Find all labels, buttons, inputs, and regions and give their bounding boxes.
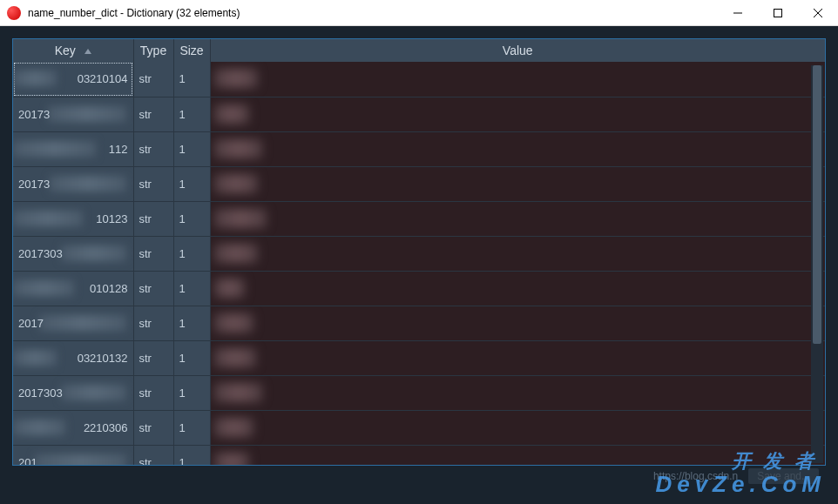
scrollbar-thumb[interactable] bbox=[813, 65, 821, 344]
window-controls bbox=[718, 0, 838, 25]
save-and-close-button[interactable]: Save and... bbox=[748, 468, 819, 484]
type-cell[interactable]: str bbox=[133, 62, 173, 97]
value-cell[interactable] bbox=[210, 340, 825, 375]
size-cell[interactable]: 1 bbox=[173, 340, 210, 375]
close-button[interactable] bbox=[798, 0, 838, 26]
redacted-blur bbox=[214, 174, 258, 193]
redacted-blur bbox=[13, 350, 57, 366]
key-text: 10123 bbox=[96, 212, 127, 225]
value-cell[interactable] bbox=[210, 375, 825, 410]
table-row[interactable]: 03210104str1 bbox=[13, 62, 825, 97]
type-cell[interactable]: str bbox=[133, 131, 173, 166]
value-cell[interactable] bbox=[210, 97, 825, 131]
redacted-blur bbox=[35, 454, 126, 467]
size-cell[interactable]: 1 bbox=[173, 97, 210, 131]
size-cell[interactable]: 1 bbox=[173, 236, 210, 271]
type-cell[interactable]: str bbox=[133, 201, 173, 236]
value-cell[interactable] bbox=[210, 236, 825, 271]
size-cell[interactable]: 1 bbox=[173, 131, 210, 166]
type-cell[interactable]: str bbox=[133, 340, 173, 375]
value-cell[interactable] bbox=[210, 201, 825, 236]
key-cell[interactable]: 010128 bbox=[13, 271, 133, 306]
close-icon bbox=[814, 9, 822, 17]
key-text: 2017303 bbox=[18, 247, 63, 260]
table-row[interactable]: 2017str1 bbox=[13, 306, 825, 340]
value-cell[interactable] bbox=[210, 410, 825, 445]
type-cell[interactable]: str bbox=[133, 445, 173, 466]
value-cell[interactable] bbox=[210, 166, 825, 201]
size-cell[interactable]: 1 bbox=[173, 375, 210, 410]
column-header-value[interactable]: Value bbox=[210, 39, 825, 62]
redacted-blur bbox=[214, 453, 249, 467]
dictionary-table-container: Key Type Size Value 03210104str120173str… bbox=[12, 38, 826, 466]
key-text: 010128 bbox=[90, 282, 127, 295]
minimize-button[interactable] bbox=[718, 0, 758, 26]
redacted-blur bbox=[13, 141, 96, 157]
status-footer: https://blog.csdn.n Save and... bbox=[12, 466, 826, 487]
vertical-scrollbar[interactable] bbox=[811, 65, 823, 463]
size-cell[interactable]: 1 bbox=[173, 62, 210, 97]
value-cell[interactable] bbox=[210, 306, 825, 340]
key-text: 2017 bbox=[18, 317, 44, 330]
table-row[interactable]: 2210306str1 bbox=[13, 410, 825, 445]
size-cell[interactable]: 1 bbox=[173, 166, 210, 201]
type-cell[interactable]: str bbox=[133, 375, 173, 410]
column-header-type[interactable]: Type bbox=[133, 39, 173, 62]
sort-ascending-icon bbox=[84, 49, 91, 54]
table-row[interactable]: 10123str1 bbox=[13, 201, 825, 236]
column-header-key-label: Key bbox=[55, 44, 76, 57]
key-cell[interactable]: 2017303 bbox=[13, 236, 133, 271]
redacted-blur bbox=[13, 71, 57, 86]
key-cell[interactable]: 20173 bbox=[13, 97, 133, 131]
value-cell[interactable] bbox=[210, 271, 825, 306]
size-cell[interactable]: 1 bbox=[173, 271, 210, 306]
value-cell[interactable] bbox=[210, 445, 825, 466]
table-row[interactable]: 20173str1 bbox=[13, 166, 825, 201]
table-row[interactable]: 2017303str1 bbox=[13, 236, 825, 271]
size-cell[interactable]: 1 bbox=[173, 445, 210, 466]
key-text: 112 bbox=[109, 143, 128, 156]
key-cell[interactable]: 10123 bbox=[13, 201, 133, 236]
redacted-blur bbox=[214, 313, 253, 333]
redacted-blur bbox=[214, 383, 262, 402]
table-row[interactable]: 010128str1 bbox=[13, 271, 825, 306]
table-row[interactable]: 2017303str1 bbox=[13, 375, 825, 410]
table-row[interactable]: 112str1 bbox=[13, 131, 825, 166]
redacted-blur bbox=[214, 209, 267, 228]
key-cell[interactable]: 2017 bbox=[13, 306, 133, 340]
type-cell[interactable]: str bbox=[133, 271, 173, 306]
key-text: 2210306 bbox=[84, 421, 128, 434]
key-cell[interactable]: 2210306 bbox=[13, 410, 133, 445]
type-cell[interactable]: str bbox=[133, 97, 173, 131]
redacted-blur bbox=[48, 106, 126, 122]
type-cell[interactable]: str bbox=[133, 166, 173, 201]
key-cell[interactable]: 112 bbox=[13, 131, 133, 166]
value-cell[interactable] bbox=[210, 62, 825, 97]
maximize-button[interactable] bbox=[758, 0, 798, 26]
size-cell[interactable]: 1 bbox=[173, 410, 210, 445]
size-cell[interactable]: 1 bbox=[173, 306, 210, 340]
column-header-size[interactable]: Size bbox=[173, 39, 210, 62]
value-cell[interactable] bbox=[210, 131, 825, 166]
key-text: 03210104 bbox=[78, 72, 128, 85]
redacted-blur bbox=[214, 139, 262, 158]
redacted-blur bbox=[13, 280, 74, 296]
table-row[interactable]: 201str1 bbox=[13, 445, 825, 466]
type-cell[interactable]: str bbox=[133, 306, 173, 340]
column-header-key[interactable]: Key bbox=[13, 39, 133, 62]
type-cell[interactable]: str bbox=[133, 410, 173, 445]
key-cell[interactable]: 03210132 bbox=[13, 340, 133, 375]
key-text: 201 bbox=[18, 456, 37, 467]
minimize-icon bbox=[733, 9, 742, 17]
type-cell[interactable]: str bbox=[133, 236, 173, 271]
size-cell[interactable]: 1 bbox=[173, 201, 210, 236]
key-cell[interactable]: 2017303 bbox=[13, 375, 133, 410]
key-cell[interactable]: 201 bbox=[13, 445, 133, 466]
table-row[interactable]: 20173str1 bbox=[13, 97, 825, 131]
key-cell[interactable]: 20173 bbox=[13, 166, 133, 201]
table-row[interactable]: 03210132str1 bbox=[13, 340, 825, 375]
key-cell[interactable]: 03210104 bbox=[13, 62, 133, 97]
redacted-blur bbox=[61, 245, 126, 261]
app-icon bbox=[7, 6, 21, 20]
key-text: 20173 bbox=[18, 178, 50, 191]
